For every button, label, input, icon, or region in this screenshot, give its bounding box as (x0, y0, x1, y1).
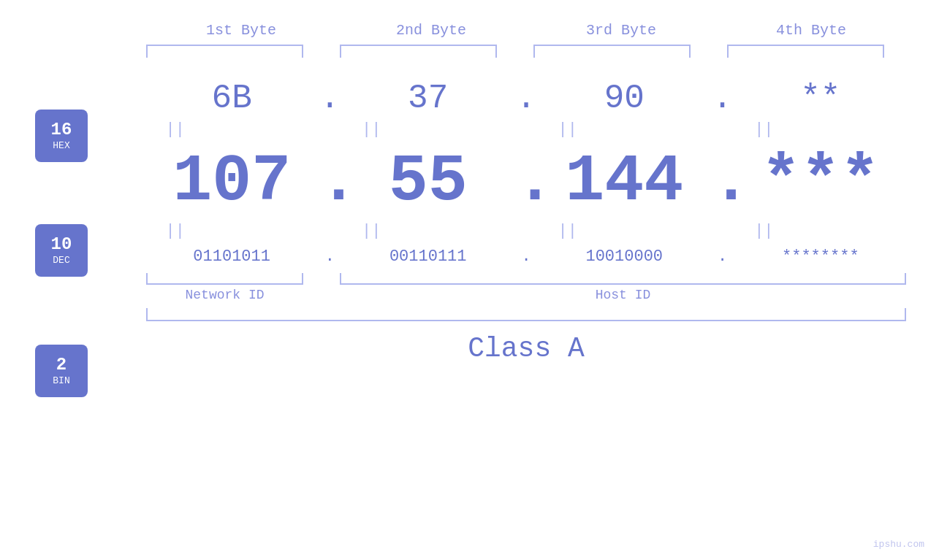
dec-b1: 107 (148, 145, 316, 219)
dec-b4: *** (737, 145, 905, 219)
full-bottom-bracket (146, 308, 906, 321)
byte1-header: 1st Byte (157, 22, 325, 39)
network-id-label-container: Network ID (146, 288, 303, 302)
bracket-b4 (727, 45, 884, 58)
byte2-header: 2nd Byte (347, 22, 515, 39)
dot1: . (319, 80, 341, 118)
host-id-label: Host ID (596, 288, 651, 302)
hex-b1: 6B (148, 80, 316, 118)
eq2-b4: || (680, 222, 848, 240)
byte4-header: 4th Byte (727, 22, 895, 39)
bin-b4: ******** (737, 248, 905, 266)
host-id-label-container: Host ID (340, 288, 906, 302)
class-label: Class A (468, 333, 585, 364)
bin-badge-number: 2 (56, 356, 66, 375)
dot2: . (515, 80, 537, 118)
bracket-b2 (340, 45, 497, 58)
bin-b2: 00110111 (344, 248, 512, 266)
host-id-bracket (340, 273, 906, 285)
dec-row: 107 . 55 . 144 . *** (146, 145, 906, 219)
dec-b2: 55 (344, 145, 512, 219)
id-labels-row: Network ID Host ID (146, 288, 906, 302)
dec-badge-number: 10 (51, 235, 72, 254)
hex-badge-label: HEX (53, 140, 69, 151)
dec-badge-label: DEC (53, 255, 69, 266)
bin-badge: 2 BIN (35, 345, 88, 397)
dec-dot3: . (712, 145, 734, 219)
bin-badge-label: BIN (53, 375, 69, 386)
bin-dot3: . (712, 248, 734, 266)
bin-row: 01101011 . 00110111 . 10010000 . *******… (146, 248, 906, 266)
main-container: 16 HEX 10 DEC 2 BIN 1st Byte 2nd Byte 3r… (0, 0, 939, 560)
eq1-b3: || (484, 120, 652, 139)
bracket-b3 (533, 45, 691, 58)
class-row: Class A (146, 333, 906, 364)
bottom-brackets-row (146, 273, 906, 285)
hex-b2: 37 (344, 80, 512, 118)
network-id-label: Network ID (185, 288, 264, 302)
eq2-b3: || (484, 222, 652, 240)
eq1-b4: || (680, 120, 848, 139)
dec-b3: 144 (540, 145, 708, 219)
bracket-b1 (146, 45, 303, 58)
hex-badge: 16 HEX (35, 110, 88, 162)
equals-row-1: || || || || (90, 120, 850, 139)
hex-badge-number: 16 (51, 120, 72, 139)
equals-row-2: || || || || (90, 222, 850, 240)
dec-badge: 10 DEC (35, 224, 88, 277)
bin-b3: 10010000 (540, 248, 708, 266)
eq2-b2: || (287, 222, 455, 240)
bin-dot1: . (319, 248, 341, 266)
eq1-b1: || (91, 120, 259, 139)
byte3-header: 3rd Byte (537, 22, 705, 39)
bin-b1: 01101011 (148, 248, 316, 266)
eq1-b2: || (287, 120, 455, 139)
network-id-bracket (146, 273, 303, 285)
dot3: . (712, 80, 734, 118)
eq2-b1: || (91, 222, 259, 240)
watermark: ipshu.com (873, 539, 924, 550)
bin-dot2: . (515, 248, 537, 266)
top-brackets (146, 45, 906, 58)
hex-row: 6B . 37 . 90 . ** (146, 80, 906, 118)
dec-dot1: . (319, 145, 341, 219)
hex-b4: ** (737, 80, 905, 118)
header-row: 1st Byte 2nd Byte 3rd Byte 4th Byte (146, 22, 906, 39)
dec-dot2: . (515, 145, 537, 219)
hex-b3: 90 (540, 80, 708, 118)
